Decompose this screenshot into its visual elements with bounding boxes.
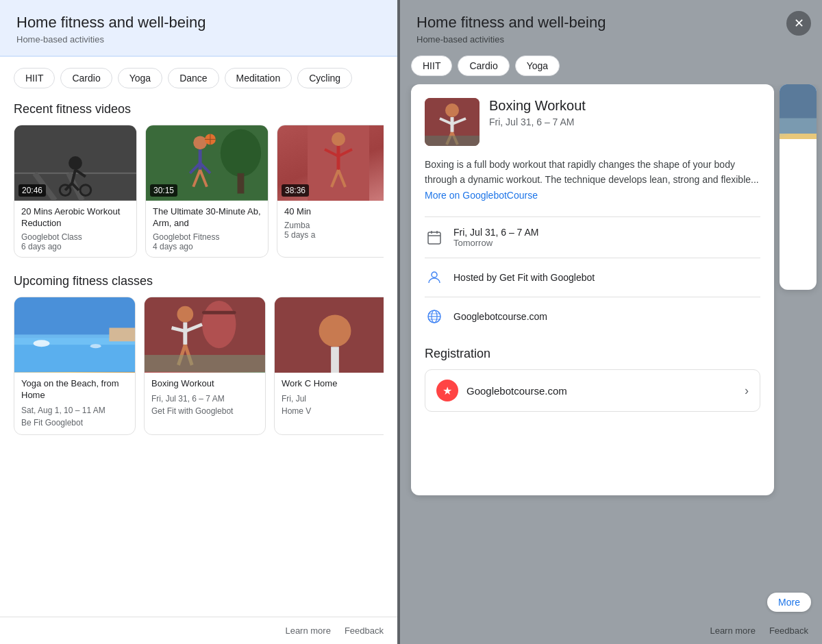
video-duration-3: 38:36	[282, 184, 309, 197]
video-card-3[interactable]: 38:36 40 Min Zumba 5 days a	[277, 125, 384, 258]
class-grid: Yoga on the Beach, from Home Sat, Aug 1,…	[14, 297, 384, 435]
left-panel-content: HIIT Cardio Yoga Dance Meditation Cyclin…	[0, 57, 397, 617]
calendar-icon	[425, 228, 444, 247]
globe-icon	[425, 307, 444, 326]
website-row: Googlebotcourse.com	[425, 297, 760, 336]
video-grid: 20:46 20 Mins Aerobic Workout Reduction …	[14, 125, 384, 258]
chip-hiit[interactable]: HIIT	[14, 68, 55, 88]
host-label: Hosted by Get Fit with Googlebot	[453, 272, 760, 283]
right-panel-title: Home fitness and well-being	[416, 14, 806, 32]
right-chips: HIIT Cardio Yoga	[400, 55, 822, 84]
video-thumb-1: 20:46	[14, 125, 136, 201]
class-card-2[interactable]: Boxing Workout Fri, Jul 31, 6 – 7 AM Get…	[144, 297, 266, 435]
detail-thumb	[425, 98, 480, 146]
video-card-1[interactable]: 20:46 20 Mins Aerobic Workout Reduction …	[14, 125, 137, 258]
left-panel-header: Home fitness and well-being Home-based a…	[0, 0, 397, 57]
video-title-1: 20 Mins Aerobic Workout Reduction	[21, 206, 129, 230]
class-card-3[interactable]: Work C Home Fri, Jul Home V	[274, 297, 384, 435]
schedule-info: Fri, Jul 31, 6 – 7 AM Tomorrow	[453, 227, 760, 248]
video-card-2[interactable]: 30:15 The Ultimate 30-Minute Ab, Arm, an…	[145, 125, 269, 258]
close-button[interactable]: ✕	[786, 11, 811, 36]
person-icon	[425, 268, 444, 287]
video-channel-2: Googlebot Fitness	[153, 232, 261, 242]
video-age-2: 4 days ago	[153, 242, 261, 251]
videos-section-title: Recent fitness videos	[14, 102, 384, 116]
chip-yoga[interactable]: Yoga	[118, 68, 162, 88]
class-host-2: Get Fit with Googlebot	[151, 405, 258, 417]
video-age-3: 5 days a	[284, 230, 384, 240]
svg-point-37	[202, 301, 236, 348]
video-channel-3: Zumba	[284, 221, 384, 230]
left-panel: Home fitness and well-being Home-based a…	[0, 0, 397, 644]
detail-card-header: Boxing Workout Fri, Jul 31, 6 – 7 AM	[425, 98, 760, 146]
svg-rect-69	[780, 119, 817, 134]
right-chip-cardio[interactable]: Cardio	[458, 55, 509, 76]
chevron-right-icon: ›	[745, 384, 749, 398]
host-info: Hosted by Get Fit with Googlebot	[453, 272, 760, 283]
video-title-2: The Ultimate 30-Minute Ab, Arm, and	[153, 206, 261, 230]
chip-meditation[interactable]: Meditation	[225, 68, 292, 88]
class-thumb-3	[275, 297, 384, 373]
more-on-course-link[interactable]: More on GooglebotCourse	[425, 190, 538, 201]
class-time-2: Fri, Jul 31, 6 – 7 AM	[151, 393, 258, 405]
svg-point-14	[193, 136, 207, 149]
right-feedback[interactable]: Feedback	[769, 626, 808, 636]
svg-point-39	[177, 306, 193, 323]
schedule-row: Fri, Jul 31, 6 – 7 AM Tomorrow	[425, 216, 760, 258]
schedule-main: Fri, Jul 31, 6 – 7 AM	[453, 227, 760, 238]
more-button[interactable]: More	[767, 593, 811, 612]
chip-cardio[interactable]: Cardio	[60, 68, 112, 88]
class-info-3: Work C Home Fri, Jul Home V	[275, 373, 384, 423]
video-duration-2: 30:15	[150, 184, 177, 197]
class-card-1[interactable]: Yoga on the Beach, from Home Sat, Aug 1,…	[14, 297, 136, 435]
left-learn-more[interactable]: Learn more	[285, 626, 330, 636]
svg-point-35	[90, 344, 101, 348]
class-title-3: Work C Home	[282, 378, 384, 390]
left-feedback[interactable]: Feedback	[345, 626, 384, 636]
video-channel-1: Googlebot Class	[21, 232, 129, 242]
right-panel-header: Home fitness and well-being Home-based a…	[400, 0, 822, 55]
detail-description: Boxing is a full body workout that rapid…	[425, 157, 760, 203]
chip-dance[interactable]: Dance	[168, 68, 219, 88]
right-panel: Home fitness and well-being Home-based a…	[400, 0, 822, 644]
right-chip-yoga[interactable]: Yoga	[515, 55, 560, 76]
left-panel-footer: Learn more Feedback	[0, 617, 397, 644]
class-time-1: Sat, Aug 1, 10 – 11 AM	[21, 404, 128, 417]
svg-rect-38	[202, 311, 236, 314]
chip-cycling[interactable]: Cycling	[297, 68, 352, 88]
class-info-1: Yoga on the Beach, from Home Sat, Aug 1,…	[14, 373, 135, 434]
svg-point-51	[445, 103, 459, 117]
registration-icon: ★	[436, 380, 458, 401]
left-panel-title: Home fitness and well-being	[16, 14, 381, 32]
close-icon: ✕	[794, 16, 804, 31]
svg-point-48	[319, 314, 351, 347]
detail-title: Boxing Workout	[489, 98, 760, 114]
detail-description-text: Boxing is a full body workout that rapid…	[425, 159, 759, 185]
video-thumb-3: 38:36	[277, 125, 384, 201]
right-learn-more[interactable]: Learn more	[710, 626, 755, 636]
video-duration-1: 20:46	[18, 184, 46, 197]
svg-rect-45	[145, 355, 265, 372]
svg-rect-57	[425, 136, 480, 146]
video-thumb-2: 30:15	[146, 125, 268, 201]
left-panel-subtitle: Home-based activities	[16, 34, 381, 45]
right-chip-hiit[interactable]: HIIT	[411, 55, 452, 76]
detail-card: Boxing Workout Fri, Jul 31, 6 – 7 AM Box…	[411, 84, 774, 495]
star-icon: ★	[443, 384, 452, 397]
website-label: Googlebotcourse.com	[453, 311, 760, 322]
svg-rect-33	[109, 327, 135, 341]
class-thumb-1	[14, 297, 135, 373]
side-card-thumb	[780, 84, 817, 139]
website-info: Googlebotcourse.com	[453, 311, 760, 322]
svg-point-4	[68, 156, 82, 170]
class-time-3: Fri, Jul	[282, 393, 384, 405]
schedule-sub: Tomorrow	[453, 238, 760, 248]
svg-point-12	[221, 129, 261, 177]
svg-rect-58	[428, 232, 440, 244]
detail-card-area: Boxing Workout Fri, Jul 31, 6 – 7 AM Box…	[400, 84, 822, 593]
registration-link[interactable]: ★ Googlebotcourse.com ›	[425, 369, 760, 412]
classes-section-title: Upcoming fitness classes	[14, 274, 384, 288]
right-panel-footer: Learn more Feedback	[400, 617, 822, 644]
class-host-1: Be Fit Googlebot	[21, 417, 128, 429]
svg-point-24	[332, 132, 345, 146]
